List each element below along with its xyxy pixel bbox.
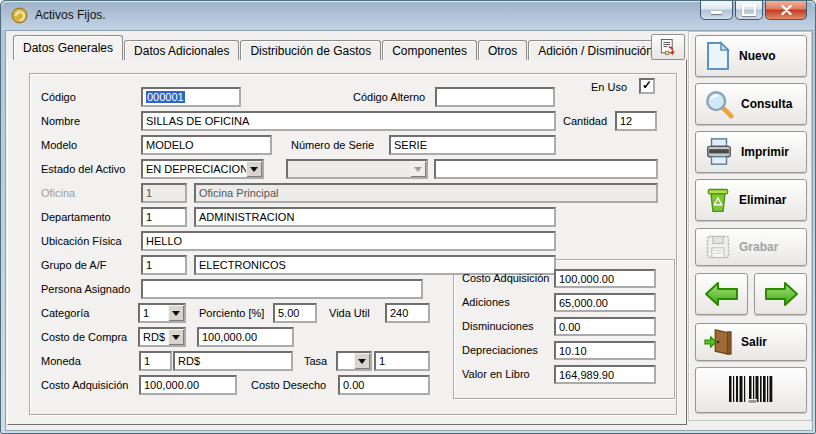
arrow-left-icon [704,280,740,308]
maximize-icon [742,4,756,16]
estado-value: EN DEPRECIACION [146,163,248,175]
imprimir-button[interactable]: Imprimir [695,131,807,173]
export-report-icon [658,37,678,57]
consulta-button[interactable]: Consulta [695,83,807,125]
costo-adquisicion-label: Costo Adquisición [41,379,128,391]
summary-disminuciones-label: Disminuciones [462,320,534,332]
new-document-icon [704,41,732,71]
vida-util-label: Vida Util [329,307,370,319]
search-icon [704,89,734,119]
nombre-label: Nombre [41,115,80,127]
numero-serie-field[interactable]: SERIE [389,135,556,155]
moneda-code-field[interactable]: 1 [139,351,172,371]
tab-distribucion-gastos[interactable]: Distribución de Gastos [240,40,381,60]
numero-serie-label: Número de Serie [291,139,374,151]
departamento-code-field[interactable]: 1 [141,207,187,227]
grabar-label: Grabar [739,240,778,254]
tasa-field[interactable]: 1 [374,351,430,371]
estado-extra-field[interactable] [434,159,658,179]
nombre-field[interactable]: SILLAS DE OFICINA [141,111,556,131]
persona-asignado-field[interactable] [141,279,423,299]
costo-desecho-field[interactable]: 0.00 [338,375,430,395]
arrow-right-icon [763,280,799,308]
costo-compra-label: Costo de Compra [41,331,127,343]
estado-secondary-dropdown [286,159,428,179]
dropdown-arrow-icon[interactable] [354,353,370,369]
salir-label: Salir [741,335,767,349]
categoria-dropdown[interactable]: 1 [138,303,186,323]
codigo-alterno-field[interactable] [435,87,555,107]
en-uso-checkbox[interactable]: ✓ [639,78,655,94]
exit-door-icon [704,328,734,356]
tab-datos-generales[interactable]: Datos Generales [13,35,123,60]
tasa-label: Tasa [304,355,327,367]
costo-adquisicion-field[interactable]: 100,000.00 [139,375,237,395]
departamento-name-field[interactable]: ADMINISTRACION [194,207,556,227]
titlebar[interactable]: Activos Fijos. [2,1,814,30]
oficina-label: Oficina [41,187,75,199]
nuevo-button[interactable]: Nuevo [695,35,807,77]
tab-componentes[interactable]: Componentes [382,40,477,60]
moneda-name-field[interactable]: RD$ [173,351,293,371]
tab-adicion-disminucion[interactable]: Adición / Disminución [528,40,663,60]
costo-compra-currency: RD$ [143,331,165,343]
categoria-value: 1 [143,307,149,319]
summary-costo-adquisicion-field: 100,000.00 [554,269,656,288]
salir-button[interactable]: Salir [695,323,807,361]
close-button[interactable] [765,1,807,20]
summary-adiciones-field: 65,000.00 [554,293,656,312]
costo-desecho-label: Costo Desecho [251,379,326,391]
barcode-button[interactable] [695,367,807,413]
grupo-af-code-field[interactable]: 1 [141,255,187,275]
grabar-button: Grabar [695,228,807,266]
dropdown-arrow-icon[interactable] [246,161,262,177]
next-button[interactable] [754,273,807,315]
summary-disminuciones-field: 0.00 [554,317,656,336]
costo-compra-field[interactable]: 100,000.00 [197,327,294,347]
summary-adiciones-label: Adiciones [462,296,510,308]
summary-valor-libro-field: 164,989.90 [554,365,656,384]
maximize-button[interactable] [735,1,763,20]
app-icon [11,7,28,24]
barcode-icon [728,375,774,405]
cantidad-label: Cantidad [563,115,607,127]
previous-button[interactable] [695,273,748,315]
ubicacion-fisica-field[interactable]: HELLO [141,231,556,251]
tab-strip: Datos Generales Datos Adicionales Distri… [13,35,664,60]
codigo-alterno-label: Código Alterno [353,91,425,103]
modelo-field[interactable]: MODELO [141,135,272,155]
estado-activo-label: Estado del Activo [41,163,125,175]
oficina-name-field: Oficina Principal [194,183,658,203]
tab-datos-adicionales[interactable]: Datos Adicionales [124,40,239,60]
codigo-field[interactable]: 000001 [141,87,241,107]
summary-valor-libro-label: Valor en Libro [462,368,530,380]
grupo-af-label: Grupo de A/F [41,259,106,271]
printer-icon [704,137,734,167]
tab-otros[interactable]: Otros [478,40,527,60]
cantidad-field[interactable]: 12 [615,111,657,131]
modelo-label: Modelo [41,139,77,151]
minimize-button[interactable] [700,1,733,20]
minimize-icon [711,11,722,14]
nuevo-label: Nuevo [739,49,776,63]
window-controls [700,1,807,20]
departamento-label: Departamento [41,211,111,223]
recycle-bin-icon [704,185,732,215]
codigo-label: Código [41,91,76,103]
activos-fijos-window: Activos Fijos. Datos Generales Datos Adi… [0,0,816,434]
export-button[interactable] [651,34,685,60]
ubicacion-fisica-label: Ubicación Física [41,235,122,247]
eliminar-button[interactable]: Eliminar [695,179,807,221]
codigo-value: 000001 [146,91,185,103]
vida-util-field[interactable]: 240 [385,303,430,323]
porciento-field[interactable]: 5.00 [273,303,317,323]
tasa-dropdown[interactable] [336,351,372,371]
costo-compra-currency-dropdown[interactable]: RD$ [138,327,186,347]
save-floppy-icon [704,233,732,261]
window-title: Activos Fijos. [35,8,106,22]
dropdown-arrow-icon[interactable] [168,305,184,321]
persona-asignado-label: Persona Asignado [41,283,130,295]
oficina-code-field: 1 [141,183,187,203]
estado-dropdown[interactable]: EN DEPRECIACION [141,159,264,179]
dropdown-arrow-icon[interactable] [168,329,184,345]
